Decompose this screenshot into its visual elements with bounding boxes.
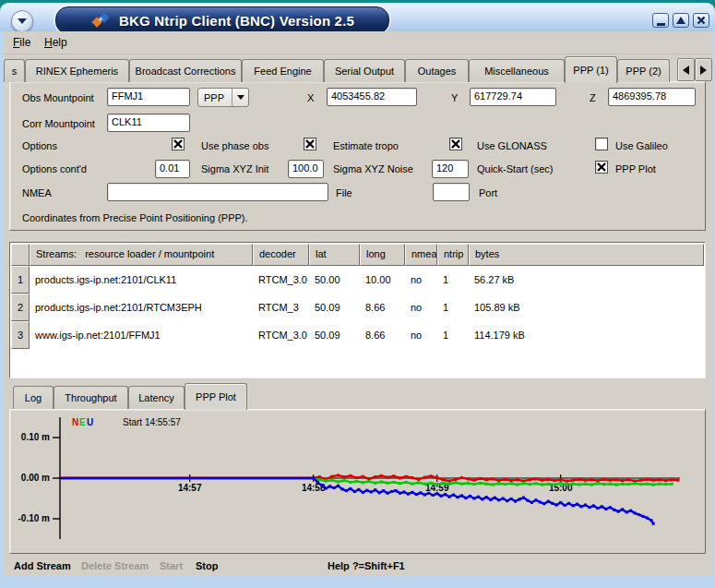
tab-log[interactable]: Log — [13, 386, 54, 409]
column-header[interactable]: lat — [309, 244, 360, 266]
quick-start-label: Quick-Start (sec) — [477, 163, 554, 174]
x-label: X — [307, 92, 314, 103]
combo-dropdown-button[interactable] — [232, 89, 248, 106]
column-header[interactable]: Streams: resource loader / mountpoint — [30, 244, 253, 266]
table-cell: RTCM_3.0 — [253, 266, 309, 294]
x-coordinate-input[interactable]: 4053455.82 — [327, 88, 417, 106]
tab-scroll-right-button[interactable] — [695, 58, 712, 81]
tab-feed-engine[interactable]: Feed Engine — [242, 59, 324, 82]
nmea-port-input[interactable] — [433, 183, 470, 201]
tab-ppp-plot[interactable]: PPP Plot — [185, 383, 247, 410]
table-cell: RTCM_3.0 — [253, 321, 309, 349]
corr-mountpoint-input[interactable]: CLK11 — [107, 114, 190, 132]
use-phase-obs-label: Use phase obs — [201, 140, 268, 151]
check-x-icon — [597, 162, 606, 172]
maximize-button[interactable] — [673, 13, 689, 28]
table-cell: no — [405, 266, 437, 294]
use-phase-obs-checkbox[interactable] — [172, 138, 185, 150]
settings-tabbar: sRINEX EphemerisBroadcast CorrectionsFee… — [4, 56, 670, 82]
file-label: File — [336, 187, 352, 198]
arrow-left-icon — [683, 66, 689, 75]
y-coordinate-input[interactable]: 617729.74 — [470, 88, 556, 106]
check-x-icon — [451, 139, 460, 149]
table-row: 1products.igs-ip.net:2101/CLK11RTCM_3.05… — [11, 266, 704, 294]
table-cell: 1 — [437, 321, 469, 349]
check-x-icon — [305, 139, 315, 149]
row-number-cell[interactable]: 3 — [11, 321, 30, 349]
table-cell: products.igs-ip.net:2101/RTCM3EPH — [30, 294, 253, 321]
table-cell: 8.66 — [360, 321, 405, 349]
table-cell: no — [405, 321, 437, 349]
window-title: BKG Ntrip Client (BNC) Version 2.5 — [119, 13, 354, 29]
tab-broadcast-corrections[interactable]: Broadcast Corrections — [129, 59, 242, 82]
y-label: Y — [451, 92, 458, 103]
stop-button[interactable]: Stop — [196, 560, 218, 571]
nmea-file-input[interactable] — [107, 183, 328, 201]
close-button[interactable] — [693, 13, 709, 28]
x-tick-label: 14:57 — [178, 483, 202, 493]
table-cell: 50.00 — [309, 266, 360, 294]
table-cell: 1 — [437, 294, 469, 321]
table-cell: RTCM_3 — [253, 294, 309, 321]
column-header[interactable]: ntrip — [437, 244, 469, 266]
row-number-cell[interactable]: 2 — [11, 294, 30, 321]
delete-stream-button[interactable]: Delete Stream — [81, 560, 149, 571]
column-header[interactable]: decoder — [253, 244, 309, 266]
obs-mountpoint-input[interactable]: FFMJ1 — [107, 88, 190, 106]
table-row: 3www.igs-ip.net:2101/FFMJ1RTCM_3.050.098… — [11, 321, 704, 349]
ppp-plot-label: PPP Plot — [615, 163, 656, 174]
table-cell: 10.00 — [360, 266, 405, 294]
column-header[interactable]: bytes — [469, 244, 704, 266]
use-glonass-label: Use GLONASS — [477, 140, 547, 151]
quick-start-input[interactable]: 120 — [432, 160, 469, 178]
minimize-icon — [657, 23, 665, 26]
table-cell: no — [405, 294, 437, 321]
tab-scroll-left-button[interactable] — [677, 58, 695, 81]
ppp-plot-checkbox[interactable] — [595, 161, 608, 174]
z-coordinate-input[interactable]: 4869395.78 — [608, 88, 696, 106]
start-button[interactable]: Start — [160, 560, 183, 571]
table-cell: www.igs-ip.net:2101/FFMJ1 — [30, 321, 253, 349]
z-label: Z — [590, 92, 596, 103]
tab-serial-output[interactable]: Serial Output — [324, 59, 405, 82]
ppp-plot-canvas: 0.10 m0.00 m-0.10 m14:5714:5814:5915:00N… — [10, 410, 705, 553]
use-galileo-label: Use Galileo — [615, 140, 668, 151]
tab-miscellaneous[interactable]: Miscellaneous — [469, 59, 565, 82]
tab-latency[interactable]: Latency — [128, 386, 185, 409]
minimize-button[interactable] — [652, 13, 669, 28]
table-header-row: Streams: resource loader / mountpointdec… — [11, 244, 704, 266]
column-header[interactable]: nmea — [405, 244, 437, 266]
tab-outages[interactable]: Outages — [405, 59, 469, 82]
row-number-cell[interactable]: 1 — [11, 266, 30, 294]
table-row: 2products.igs-ip.net:2101/RTCM3EPHRTCM_3… — [11, 294, 704, 321]
tab-s[interactable]: s — [4, 59, 25, 82]
column-header[interactable]: long — [360, 244, 405, 266]
sigma-xyz-noise-label: Sigma XYZ Noise — [333, 163, 413, 174]
port-label: Port — [479, 187, 497, 198]
check-x-icon — [173, 139, 183, 149]
ppp-plot-svg: 0.10 m0.00 m-0.10 m14:5714:5814:5915:00N… — [10, 410, 705, 553]
desktop: BKG Ntrip Client (BNC) Version 2.5 File … — [0, 0, 715, 588]
sigma-xyz-noise-input[interactable]: 100.0 — [288, 160, 324, 178]
menu-file[interactable]: File — [13, 36, 30, 49]
menubar: File Help — [4, 31, 711, 54]
table-cell: 50.09 — [309, 321, 360, 349]
tab-ppp-2-[interactable]: PPP (2) — [617, 59, 670, 82]
use-galileo-checkbox[interactable] — [595, 138, 608, 150]
use-glonass-checkbox[interactable] — [449, 138, 462, 150]
window-menu-button[interactable] — [11, 10, 33, 32]
ppp1-panel: Obs Mountpoint FFMJ1 PPP X 4053455.82 Y … — [9, 81, 706, 231]
tab-ppp-1-[interactable]: PPP (1) — [565, 56, 617, 83]
add-stream-button[interactable]: Add Stream — [14, 560, 71, 571]
sigma-xyz-init-input[interactable]: 0.01 — [155, 160, 190, 178]
tab-throughput[interactable]: Throughput — [54, 386, 128, 409]
table-cell: products.igs-ip.net:2101/CLK11 — [30, 266, 253, 294]
y-tick-label: 0.10 m — [21, 432, 50, 442]
ppp-plot-panel: 0.10 m0.00 m-0.10 m14:5714:5814:5915:00N… — [9, 409, 706, 554]
y-tick-label: 0.00 m — [21, 473, 50, 483]
ppp-mode-combobox[interactable]: PPP — [197, 88, 249, 107]
tab-rinex-ephemeris[interactable]: RINEX Ephemeris — [25, 59, 129, 82]
estimate-tropo-checkbox[interactable] — [304, 138, 316, 150]
table-cell: 56.27 kB — [469, 266, 704, 294]
menu-help[interactable]: Help — [44, 36, 67, 49]
